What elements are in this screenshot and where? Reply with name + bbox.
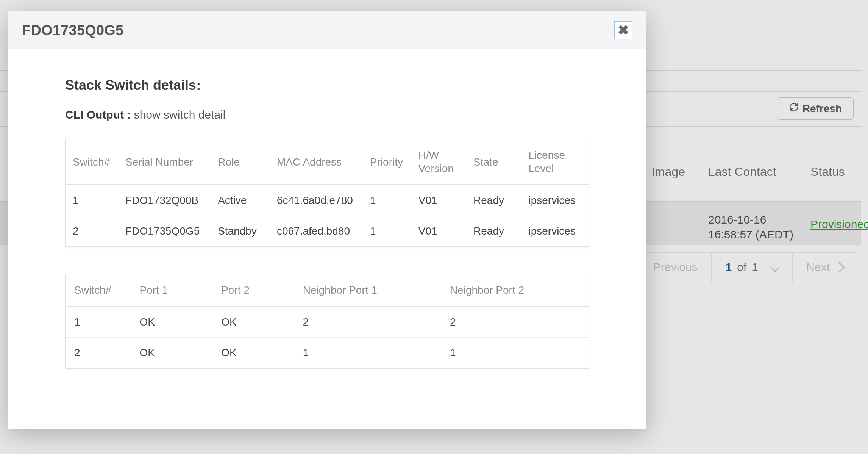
table-row: 2FDO1735Q0G5Standbyc067.afed.bd801V01Rea… <box>66 216 589 246</box>
modal-header: FDO1735Q0G5 ✖ <box>8 11 646 49</box>
column-header-image: Image <box>651 165 685 179</box>
pager-next[interactable]: Next <box>792 253 857 282</box>
cell-license: ipservices <box>521 185 589 216</box>
cell-port1: OK <box>131 337 213 368</box>
table-row: 1FDO1732Q00BActive6c41.6a0d.e7801V01Read… <box>66 185 589 216</box>
cli-output-line: CLI Output : show switch detail <box>65 108 589 121</box>
cell-state: Ready <box>467 185 521 216</box>
close-button[interactable]: ✖ <box>614 21 632 39</box>
table-row: 2OKOK11 <box>66 337 589 368</box>
cell-switch: 2 <box>66 337 131 368</box>
col-n1: Neighbor Port 1 <box>295 274 442 307</box>
cell-serial: FDO1735Q0G5 <box>119 216 211 246</box>
cell-n2: 2 <box>442 307 589 337</box>
table-header-row: Switch# Serial Number Role MAC Address P… <box>66 139 589 185</box>
cli-label: CLI Output : <box>65 108 131 121</box>
cell-n1: 1 <box>295 337 442 368</box>
cell-last-contact: 2016-10-16 16:58:57 (AEDT) <box>708 212 793 242</box>
cli-command: show switch detail <box>134 108 226 121</box>
cell-port2: OK <box>213 337 295 368</box>
refresh-icon <box>789 102 799 115</box>
cell-port1: OK <box>131 307 213 337</box>
cell-switch: 1 <box>66 185 119 216</box>
col-mac: MAC Address <box>270 139 363 185</box>
pager: Previous 1 of 1 Next <box>626 252 857 282</box>
cell-switch: 2 <box>66 216 119 246</box>
table-row: 1OKOK22 <box>66 307 589 337</box>
modal-dialog: FDO1735Q0G5 ✖ Stack Switch details: CLI … <box>8 11 646 429</box>
col-switch: Switch# <box>66 274 131 307</box>
cell-priority: 1 <box>363 185 412 216</box>
cell-role: Active <box>211 185 270 216</box>
cell-role: Standby <box>211 216 270 246</box>
cell-priority: 1 <box>363 216 412 246</box>
cell-hw: V01 <box>412 185 467 216</box>
col-state: State <box>467 139 521 185</box>
port-table: Switch# Port 1 Port 2 Neighbor Port 1 Ne… <box>65 274 589 369</box>
cell-n1: 2 <box>295 307 442 337</box>
col-role: Role <box>211 139 270 185</box>
section-title: Stack Switch details: <box>65 77 589 93</box>
col-priority: Priority <box>363 139 412 185</box>
cell-mac: 6c41.6a0d.e780 <box>270 185 363 216</box>
chevron-right-icon <box>834 261 845 273</box>
col-hw: H/W Version <box>412 139 467 185</box>
cell-state: Ready <box>467 216 521 246</box>
col-license: License Level <box>521 139 589 185</box>
cell-serial: FDO1732Q00B <box>119 185 211 216</box>
refresh-label: Refresh <box>802 103 842 115</box>
status-link[interactable]: Provisioned <box>810 218 868 230</box>
column-header-last-contact: Last Contact <box>708 165 776 179</box>
modal-title: FDO1735Q0G5 <box>22 22 123 39</box>
col-port2: Port 2 <box>213 274 295 307</box>
close-icon: ✖ <box>618 23 629 37</box>
pager-current[interactable]: 1 of 1 <box>711 253 792 282</box>
col-serial: Serial Number <box>119 139 211 185</box>
col-port1: Port 1 <box>131 274 213 307</box>
chevron-down-icon <box>771 263 780 272</box>
cell-mac: c067.afed.bd80 <box>270 216 363 246</box>
cell-hw: V01 <box>412 216 467 246</box>
table-header-row: Switch# Port 1 Port 2 Neighbor Port 1 Ne… <box>66 274 589 307</box>
cell-n2: 1 <box>442 337 589 368</box>
switch-detail-table: Switch# Serial Number Role MAC Address P… <box>65 139 589 247</box>
col-n2: Neighbor Port 2 <box>442 274 589 307</box>
cell-license: ipservices <box>521 216 589 246</box>
cell-port2: OK <box>213 307 295 337</box>
col-switch: Switch# <box>66 139 119 185</box>
column-header-status: Status <box>810 165 845 179</box>
refresh-button[interactable]: Refresh <box>777 97 854 120</box>
cell-switch: 1 <box>66 307 131 337</box>
